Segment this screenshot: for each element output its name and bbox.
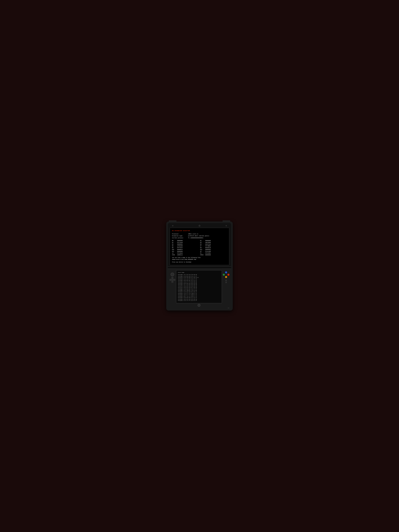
start-button[interactable] (225, 279, 227, 281)
error-title: An exception occurred (172, 230, 227, 232)
dpad (170, 277, 175, 283)
stack-row: FF411CE8: C0 73 1D 08 06 00 00 00 (178, 284, 220, 285)
left-stick[interactable] (171, 273, 174, 276)
stack-bytes: 04 41 0B EE 1C 60 13 EE (184, 290, 197, 291)
register-row: R100000000 (200, 240, 227, 241)
stack-row: FF411CD8: 4C 5C F7 FF 00 00 00 00 (178, 281, 220, 283)
reg-value: FFF75C4C (177, 247, 183, 249)
home-button[interactable] (198, 304, 200, 307)
register-row: R1000000014 (172, 249, 199, 251)
stack-bytes: 1D 75 F6 04 02 00 00 00 (184, 274, 197, 275)
reg-name: SP (200, 251, 205, 252)
processor-label: Processor: (172, 233, 187, 235)
reg-value: 00000000 (205, 254, 211, 256)
exception-label: Exception type: (172, 235, 187, 237)
bottom-inner: Stack dump: FF411CB0: 1D 75 F6 04 02 00 … (170, 270, 229, 307)
nintendo-3ds-device: An exception occurred Processor: ARM11 (… (166, 222, 233, 311)
reg-value: 00000004 (177, 243, 183, 245)
stack-row: FF411CC0: FF 6F 00 00 A4 24 85 F9 FF (178, 277, 220, 279)
reg-name: R4 (172, 243, 177, 245)
stack-addr: FF411CB8: (178, 276, 183, 277)
register-row: R1200000000 (172, 251, 199, 252)
reg-name: R0 (172, 240, 177, 241)
stack-rows: FF411CB0: 1D 75 F6 04 02 00 00 00FF411CB… (178, 274, 220, 301)
stack-bytes: 80 E0 D4 EE 00 00 00 00 (184, 299, 197, 300)
a-button[interactable] (227, 274, 229, 276)
register-row: R1100000002 (200, 249, 227, 251)
stack-bytes: 00 00 00 00 80 E0 D4 EE (184, 283, 197, 284)
stack-addr: FF411D18: (178, 293, 183, 294)
processor-value: ARM11 (core 1) (188, 233, 198, 235)
register-row: R8FFF75C4C (172, 247, 199, 249)
process-line: Current process: fs (0000000000000000) (172, 237, 227, 239)
reg-name: R8 (172, 247, 177, 249)
reg-name: CPSR (172, 254, 177, 256)
stack-bytes: C4 1C 41 FF 4C 5C F7 FF (184, 279, 197, 279)
stack-addr: FF411D40: (178, 300, 183, 301)
dpad-down[interactable] (171, 281, 173, 283)
stack-addr: FF411D00: (178, 289, 183, 290)
stack-addr: FF411CD0: (178, 280, 183, 281)
stack-addr: FF411D28: (178, 296, 183, 297)
reg-name: LR (172, 253, 177, 254)
bottom-section: Stack dump: FF411CB0: 1D 75 F6 04 02 00 … (168, 269, 231, 309)
reg-name: R1 (200, 240, 205, 241)
stack-bytes: FF 6F 00 00 A4 24 85 F9 FF (184, 277, 199, 278)
stack-row: FF411CF0: 00 00 00 00 00 00 00 00 (178, 285, 220, 287)
y-button[interactable] (223, 274, 225, 276)
shoulder-r-button[interactable] (222, 221, 230, 222)
stack-addr: FF411D08: (178, 290, 183, 291)
register-row: FPEXC00000000 (200, 254, 227, 256)
stack-row: FF411CD0: 00 00 00 00 18 1D 41 FF (178, 280, 220, 281)
exception-value: prefetch abort (kernel panic) (188, 235, 209, 237)
dpad-up[interactable] (171, 277, 173, 279)
shoulder-l-button[interactable] (169, 221, 177, 222)
select-button[interactable] (225, 282, 227, 283)
register-row: R61FF82690 (172, 245, 199, 247)
stack-row: FF411D38: 80 E0 D4 EE 00 00 00 00 (178, 299, 220, 300)
stack-bytes: 01 00 00 00 9C 01 F2 FF (184, 276, 197, 277)
registers-grid: R000000000R100000000R2FFF75C68R32007D000… (172, 240, 227, 256)
stack-row: FF411CF8: 00 00 00 00 00 10 00 00 (178, 287, 220, 289)
reg-name: R6 (172, 245, 177, 247)
x-button[interactable] (225, 271, 227, 273)
reg-value: FFF1C85C (205, 253, 211, 254)
hinge (168, 266, 231, 269)
right-controls (223, 270, 229, 283)
stack-bytes: 02 00 00 00 80 26 F8 1F (184, 291, 197, 292)
stack-row: FF411D10: 02 00 00 00 80 26 F8 1F (178, 291, 220, 293)
reg-name: R9 (200, 247, 205, 249)
stack-addr: FF411D30: (178, 297, 183, 298)
reg-name: R7 (200, 245, 205, 247)
stack-bytes: 5C E1 F2 FF 20 36 F2 FF (184, 300, 197, 301)
stack-addr: FF411D20: (178, 294, 183, 295)
stack-addr: FF411CE0: (178, 283, 183, 284)
reg-value: 00000002 (205, 249, 211, 251)
reg-value: 04F6751D (205, 243, 211, 245)
stack-row: FF411D30: 03 00 00 00 84 1D 41 FF (178, 297, 220, 298)
camera-right (226, 225, 227, 226)
stack-bytes: C0 73 1D 08 06 00 00 00 (184, 284, 197, 285)
dump-line2: dumps/arm11/crash_dump_00000001.dmp (172, 259, 227, 260)
stack-addr: FF411D10: (178, 291, 183, 292)
stack-row: FF411D28: 80 27 F8 1F 20 D0 F7 FF (178, 296, 220, 297)
b-button[interactable] (225, 276, 227, 278)
register-row: SPFF411CB0 (200, 251, 227, 252)
reg-value: FFF23D18 (177, 253, 183, 254)
processor-line: Processor: ARM11 (core 1) (172, 233, 227, 235)
lower-screen: Stack dump: FF411CB0: 1D 75 F6 04 02 00 … (176, 270, 222, 303)
reg-value: 00000000 (205, 240, 211, 241)
dpad-left[interactable] (170, 279, 171, 281)
reg-value: FF411CB0 (205, 251, 211, 252)
top-cameras (170, 225, 229, 227)
register-row: PCFFF1C85C (200, 253, 227, 254)
stack-row: FF411CE0: 00 00 00 00 80 E0 D4 EE (178, 283, 220, 284)
stack-bytes: 4C 5C F7 FF 5C BB F7 FF (184, 293, 197, 294)
stack-addr: FF411CF0: (178, 286, 183, 287)
register-row: R504F6751D (200, 243, 227, 245)
register-row: R000000000 (172, 240, 199, 241)
dpad-right[interactable] (173, 279, 175, 281)
stack-addr: FF411CF8: (178, 287, 183, 288)
abxy-buttons (223, 271, 229, 278)
reg-name: R3 (200, 242, 205, 243)
